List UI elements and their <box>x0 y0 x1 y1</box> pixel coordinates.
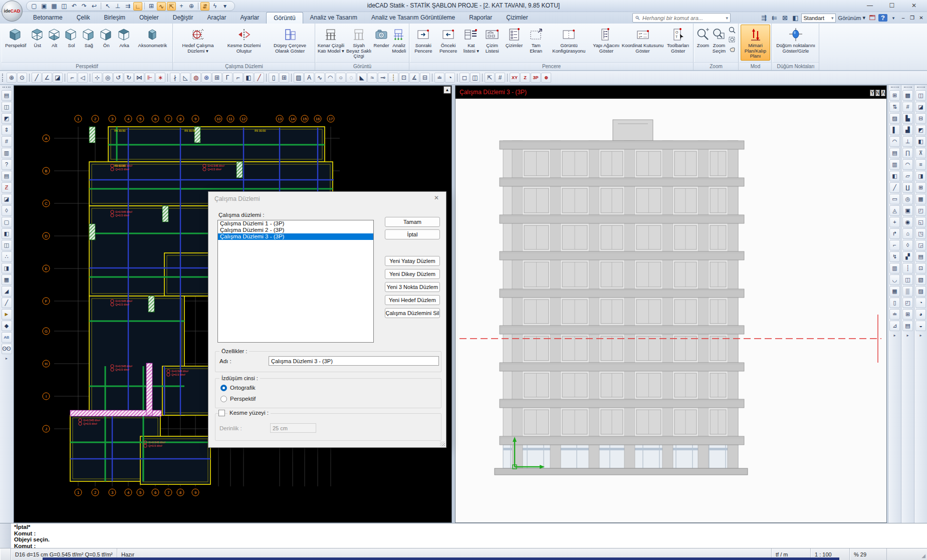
toolbar-collapse-icon[interactable]: ▸ <box>906 333 908 338</box>
view-button-n[interactable]: N <box>875 90 880 96</box>
toolbar-grip[interactable] <box>891 87 899 89</box>
dialog-button-yeni-3-nokta-d-zlem[interactable]: Yeni 3 Nokta Düzlem <box>385 282 440 292</box>
mdi-minimize-button[interactable]: – <box>899 15 907 21</box>
toolbar-icon[interactable]: ⇱ <box>485 73 495 83</box>
right-toolbar-icon[interactable]: ◊ <box>902 240 913 250</box>
tab-analiz-ve-tasar-m[interactable]: Analiz ve Tasarım <box>303 12 364 24</box>
toolbar-icon[interactable]: 3P <box>531 73 541 83</box>
toolbar-icon[interactable]: ⊙ <box>17 73 27 83</box>
ribbon-button-sonraki-pencere[interactable]: Sonraki Pencere <box>411 25 436 61</box>
toolbar-icon[interactable]: ◧ <box>244 73 254 83</box>
right-toolbar-icon[interactable]: ▦ <box>889 286 900 297</box>
style-combobox[interactable]: Standart▾ <box>801 14 835 23</box>
orthographic-radio[interactable] <box>220 385 227 391</box>
left-toolbar-icon[interactable]: ◢ <box>2 286 12 297</box>
left-toolbar-icon[interactable]: ▥ <box>2 148 12 158</box>
ribbon-button-kenar-izgili-kat-model[interactable]: Kenar Çizgili Katı Model ▾ <box>317 25 345 61</box>
ribbon-button-aksonometrik[interactable]: Aksonometrik <box>134 25 171 61</box>
tab-objeler[interactable]: Objeler <box>132 12 166 24</box>
maximize-button[interactable]: ☐ <box>881 0 903 11</box>
right-toolbar-icon[interactable]: ⇅ <box>889 102 900 112</box>
right-toolbar-icon[interactable]: ⊡ <box>915 263 926 273</box>
right-toolbar-icon[interactable]: ⊞ <box>915 182 926 193</box>
right-toolbar-icon[interactable]: ◎ <box>902 194 913 204</box>
search-input[interactable] <box>642 15 726 21</box>
right-toolbar-icon[interactable]: ▥ <box>889 263 900 273</box>
toolbar-icon[interactable]: ⌐ <box>67 73 77 83</box>
right-toolbar-icon[interactable]: ▱ <box>902 171 913 181</box>
toolbar-grip[interactable] <box>917 87 925 89</box>
right-toolbar-icon[interactable]: ◰ <box>915 205 926 216</box>
right-toolbar-icon[interactable]: ⊥ <box>902 136 913 147</box>
toolbar-icon[interactable]: ◍ <box>191 73 201 83</box>
work-plane-list-item[interactable]: Çalışma Düzlemi 1 - (3P) <box>218 220 373 227</box>
left-toolbar-icon[interactable]: ◫ <box>2 102 12 112</box>
cancel-button[interactable]: İptal <box>385 229 440 239</box>
right-toolbar-icon[interactable]: ◧ <box>889 171 900 181</box>
toolbar-icon[interactable]: ↺ <box>113 73 123 83</box>
left-toolbar-icon[interactable]: ▤ <box>2 171 12 181</box>
toolbar-icon[interactable]: ⊞ <box>212 73 222 83</box>
tab-raporlar[interactable]: Raporlar <box>462 12 499 24</box>
right-toolbar-icon[interactable]: ⌂ <box>902 228 913 239</box>
ok-button[interactable]: Tamam <box>385 217 440 227</box>
ribbon-button-toolbarlar-g-ster[interactable]: OTToolbarları Göster <box>664 25 692 61</box>
ribbon-button-d-ey-er-eve-olarak-g-ster[interactable]: Düşey Çerçeve Olarak Göster <box>267 25 313 61</box>
toolbar-icon[interactable]: ⊛ <box>201 73 211 83</box>
elevation-viewport[interactable]: Çalışma Düzlemi 3 - (3P) YNΛ <box>455 85 887 523</box>
right-toolbar-icon[interactable]: ▦ <box>915 194 926 204</box>
toolbar-grip[interactable] <box>904 87 912 89</box>
right-toolbar-icon[interactable]: ▙ <box>902 113 913 124</box>
left-toolbar-icon[interactable]: ? <box>2 159 12 170</box>
right-toolbar-icon[interactable]: ◉ <box>902 217 913 227</box>
toolbar-icon[interactable]: ◪ <box>53 73 63 83</box>
mdi-restore-button[interactable]: ❐ <box>908 15 916 21</box>
tab--izimler[interactable]: Çizimler <box>499 12 535 24</box>
toolbar-icon[interactable]: Z <box>520 73 530 83</box>
right-toolbar-icon[interactable]: ▯ <box>889 298 900 308</box>
view-menu[interactable]: Görünüm▾ <box>837 15 866 21</box>
search-dropdown-icon[interactable]: ▾ <box>726 16 728 21</box>
right-toolbar-icon[interactable]: ◨ <box>915 171 926 181</box>
toolbar-icon[interactable]: ⌐ <box>233 73 243 83</box>
work-plane-list[interactable]: Çalışma Düzlemi 1 - (3P)Çalışma Düzlemi … <box>217 220 374 343</box>
right-toolbar-icon[interactable]: ∏ <box>902 148 913 158</box>
ribbon-button-sa-[interactable]: Sağ <box>80 25 98 61</box>
toolbar-icon[interactable]: ≐ <box>434 73 444 83</box>
toolbar-grip[interactable] <box>3 87 11 89</box>
right-toolbar-icon[interactable]: ◱ <box>915 217 926 227</box>
toolbar-icon[interactable]: ○ <box>336 73 346 83</box>
ribbon-button-alt[interactable]: Alt <box>46 25 63 61</box>
right-toolbar-icon[interactable]: ⊿ <box>889 321 900 331</box>
toolbar-icon[interactable]: ⊩ <box>145 73 155 83</box>
left-toolbar-icon[interactable]: # <box>2 136 12 147</box>
dialog-button-yeni-hedef-d-zlem[interactable]: Yeni Hedef Düzlem <box>385 295 440 305</box>
toolbar-icon[interactable]: ◫ <box>470 73 480 83</box>
ribbon-button--st[interactable]: Üst <box>29 25 46 61</box>
right-toolbar-icon[interactable]: ┆ <box>902 263 913 273</box>
no-fill-icon[interactable]: ⊠ <box>780 14 789 22</box>
left-toolbar-icon[interactable]: ▦ <box>2 274 12 285</box>
toolbar-icon[interactable]: ▨ <box>294 73 304 83</box>
ribbon-button-render[interactable]: Render <box>373 25 390 61</box>
right-toolbar-icon[interactable]: ≐ <box>889 309 900 320</box>
command-console[interactable]: *İptal*Komut :Objeyi seçin.Komut : <box>0 523 927 548</box>
right-toolbar-icon[interactable]: ◰ <box>902 298 913 308</box>
layer-forward-icon[interactable]: ⇶ <box>759 14 768 22</box>
toolbar-icon[interactable]: ∗ <box>155 73 165 83</box>
toolbar-icon[interactable]: ◣ <box>357 73 367 83</box>
toolbar-icon[interactable]: Γ <box>222 73 233 83</box>
toolbar-icon[interactable]: ⊞ <box>279 73 289 83</box>
left-toolbar-icon[interactable]: ╱ <box>2 298 12 308</box>
ribbon-button-hedef-al-ma-d-zlemi[interactable]: Hedef Çalışma Düzlemi ▾ <box>174 25 221 61</box>
mdi-close-button[interactable]: ✕ <box>917 15 925 21</box>
toolbar-icon[interactable]: ⊕ <box>541 73 551 83</box>
toolbar-icon[interactable]: ⋈ <box>134 73 144 83</box>
right-toolbar-icon[interactable]: ◫ <box>915 90 926 101</box>
left-toolbar-icon[interactable]: ⇕ <box>2 125 12 135</box>
toolbar-grip[interactable] <box>2 74 4 82</box>
left-toolbar-icon[interactable]: ◊ <box>2 205 12 216</box>
right-toolbar-icon[interactable]: + <box>889 217 900 227</box>
tab-analiz-ve-tasar-m-g-r-nt-leme[interactable]: Analiz ve Tasarım Görüntüleme <box>364 12 462 24</box>
right-toolbar-icon[interactable]: ▒ <box>902 286 913 297</box>
